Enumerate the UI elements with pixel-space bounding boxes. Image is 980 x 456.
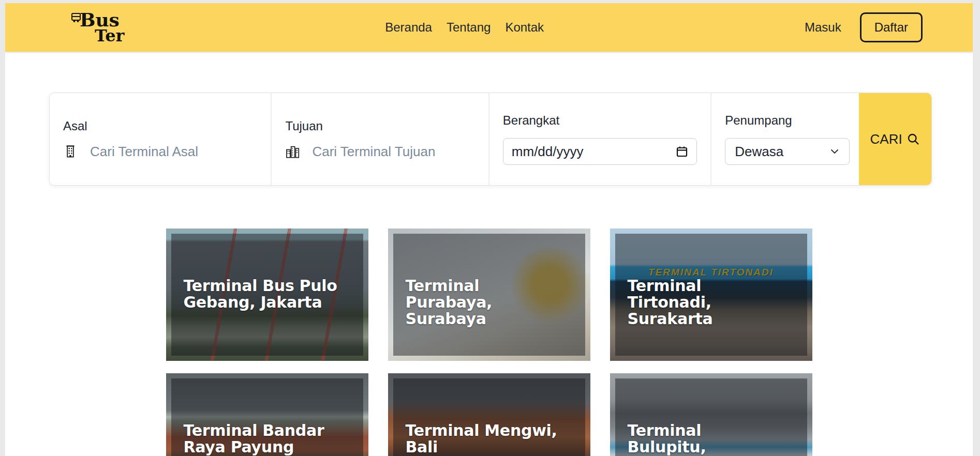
terminal-card[interactable]: Terminal Purabaya, Surabaya [388, 229, 590, 361]
terminal-grid: Terminal Bus Pulo Gebang, Jakarta Termin… [166, 229, 812, 456]
departure-label: Berangkat [503, 113, 697, 128]
passenger-select[interactable]: Dewasa [725, 138, 850, 165]
search-button[interactable]: CARI [859, 93, 931, 185]
departure-date-input[interactable]: mm/dd/yyyy [503, 138, 697, 165]
destination-label: Tujuan [285, 119, 474, 133]
nav-item-beranda[interactable]: Beranda [385, 20, 432, 35]
passenger-select-value: Dewasa [735, 144, 783, 160]
passengers-label: Penumpang [725, 113, 845, 128]
departure-field: Berangkat mm/dd/yyyy [489, 93, 711, 185]
login-link[interactable]: Masuk [805, 20, 841, 35]
header: Bus Ter Beranda Tentang Kontak Masuk Daf… [5, 3, 973, 52]
terminal-card-title: Terminal Bulupitu, Purwokerto [628, 422, 783, 456]
terminal-card-title: Terminal Tirtonadi, Surakarta [628, 278, 783, 327]
origin-field: Asal [50, 93, 272, 185]
nav-item-tentang[interactable]: Tentang [447, 20, 491, 35]
search-bar: Asal Tujuan [49, 93, 932, 186]
origin-label: Asal [63, 119, 257, 133]
search-button-label: CARI [870, 131, 902, 147]
logo[interactable]: Bus Ter [70, 11, 124, 43]
terminal-card[interactable]: Terminal Bulupitu, Purwokerto [610, 373, 812, 456]
auth-area: Masuk Daftar [805, 12, 923, 42]
destination-field: Tujuan [272, 93, 489, 185]
calendar-icon [676, 145, 688, 158]
origin-input[interactable] [90, 144, 257, 160]
register-button[interactable]: Daftar [860, 12, 923, 42]
terminal-card[interactable]: Terminal Bus Pulo Gebang, Jakarta [166, 229, 368, 361]
terminal-card[interactable]: Terminal Mengwi, Bali [388, 373, 590, 456]
page: Bus Ter Beranda Tentang Kontak Masuk Daf… [5, 3, 973, 456]
terminal-card-title: Terminal Bus Pulo Gebang, Jakarta [184, 278, 339, 311]
terminal-card-title: Terminal Mengwi, Bali [406, 422, 561, 455]
terminal-card-title: Terminal Purabaya, Surabaya [406, 278, 561, 327]
terminal-card-title: Terminal Bandar Raya Payung Sekaki, Peka… [184, 422, 339, 456]
terminal-card[interactable]: TERMINAL TIRTONADI Terminal Tirtonadi, S… [610, 229, 812, 361]
cityscape-icon [285, 144, 300, 159]
passengers-field: Penumpang Dewasa [711, 93, 859, 185]
destination-input[interactable] [312, 144, 474, 160]
nav-item-kontak[interactable]: Kontak [505, 20, 544, 35]
departure-date-value: mm/dd/yyyy [512, 144, 584, 160]
logo-text-line2: Ter [70, 28, 124, 43]
chevron-down-icon [829, 146, 840, 157]
search-icon [906, 132, 920, 146]
terminal-card[interactable]: Terminal Bandar Raya Payung Sekaki, Peka… [166, 373, 368, 456]
office-building-icon [63, 144, 78, 159]
main-nav: Beranda Tentang Kontak [124, 20, 805, 35]
